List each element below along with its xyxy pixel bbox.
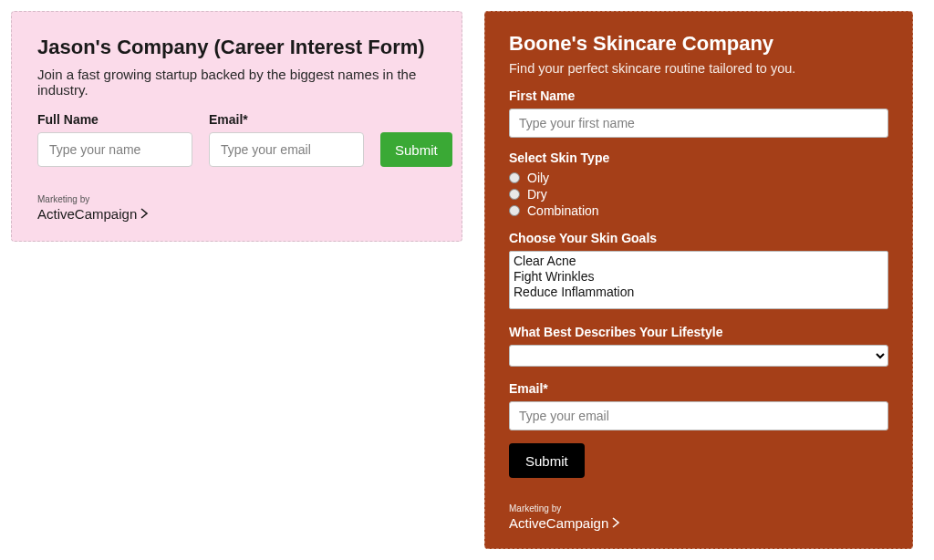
activecampaign-brand-right: ActiveCampaign (509, 515, 608, 531)
radio-label-oily: Oily (527, 171, 549, 185)
activecampaign-brand-left: ActiveCampaign (37, 206, 137, 222)
goal-option-inflammation[interactable]: Reduce Inflammation (514, 285, 884, 300)
goal-option-acne[interactable]: Clear Acne (514, 254, 884, 269)
career-form-card: Jason's Company (Career Interest Form) J… (11, 11, 462, 242)
skin-goals-field: Choose Your Skin Goals Clear Acne Fight … (509, 231, 888, 325)
skin-type-label: Select Skin Type (509, 150, 888, 165)
skin-type-radio-group: Oily Dry Combination (509, 171, 888, 218)
first-name-label: First Name (509, 88, 888, 103)
activecampaign-logo-right[interactable]: ActiveCampaign (509, 515, 621, 531)
first-name-input[interactable] (509, 109, 888, 138)
radio-combination[interactable] (509, 205, 520, 216)
full-name-label: Full Name (37, 112, 192, 127)
email-input-left[interactable] (209, 132, 364, 167)
skincare-form-subtitle: Find your perfect skincare routine tailo… (509, 61, 888, 76)
first-name-field: First Name (509, 88, 888, 150)
email-field-right: Email* (509, 381, 888, 443)
lifestyle-field: What Best Describes Your Lifestyle (509, 325, 888, 381)
skin-goals-label: Choose Your Skin Goals (509, 231, 888, 245)
skin-type-option-dry[interactable]: Dry (509, 187, 888, 202)
radio-label-combination: Combination (527, 203, 599, 218)
chevron-right-icon (612, 515, 621, 531)
radio-dry[interactable] (509, 189, 520, 200)
lifestyle-label: What Best Describes Your Lifestyle (509, 325, 888, 339)
chevron-right-icon (140, 206, 150, 222)
skin-type-option-oily[interactable]: Oily (509, 171, 888, 185)
skincare-form-card: Boone's Skincare Company Find your perfe… (484, 11, 913, 549)
marketing-attribution-right: Marketing by ActiveCampaign (509, 503, 888, 532)
radio-oily[interactable] (509, 172, 520, 183)
skin-type-field: Select Skin Type Oily Dry Combination (509, 150, 888, 218)
career-form-row: Full Name Email* Submit (37, 112, 436, 167)
skincare-form-title: Boone's Skincare Company (509, 32, 888, 56)
activecampaign-logo-left[interactable]: ActiveCampaign (37, 206, 150, 222)
career-form-title: Jason's Company (Career Interest Form) (37, 36, 436, 59)
submit-button-right[interactable]: Submit (509, 443, 585, 478)
skin-goals-listbox[interactable]: Clear Acne Fight Wrinkles Reduce Inflamm… (509, 251, 888, 309)
email-label-right: Email* (509, 381, 888, 396)
email-input-right[interactable] (509, 401, 888, 430)
skin-type-option-combination[interactable]: Combination (509, 203, 888, 218)
goal-option-wrinkles[interactable]: Fight Wrinkles (514, 269, 884, 285)
marketing-by-text-left: Marketing by (37, 194, 436, 204)
radio-label-dry: Dry (527, 187, 547, 202)
email-label-left: Email* (209, 112, 364, 127)
full-name-field: Full Name (37, 112, 192, 167)
full-name-input[interactable] (37, 132, 192, 167)
submit-button-left[interactable]: Submit (380, 132, 452, 167)
marketing-attribution-left: Marketing by ActiveCampaign (37, 194, 436, 223)
lifestyle-select[interactable] (509, 345, 888, 367)
email-field-left: Email* (209, 112, 364, 167)
career-form-subtitle: Join a fast growing startup backed by th… (37, 67, 436, 98)
marketing-by-text-right: Marketing by (509, 503, 888, 513)
